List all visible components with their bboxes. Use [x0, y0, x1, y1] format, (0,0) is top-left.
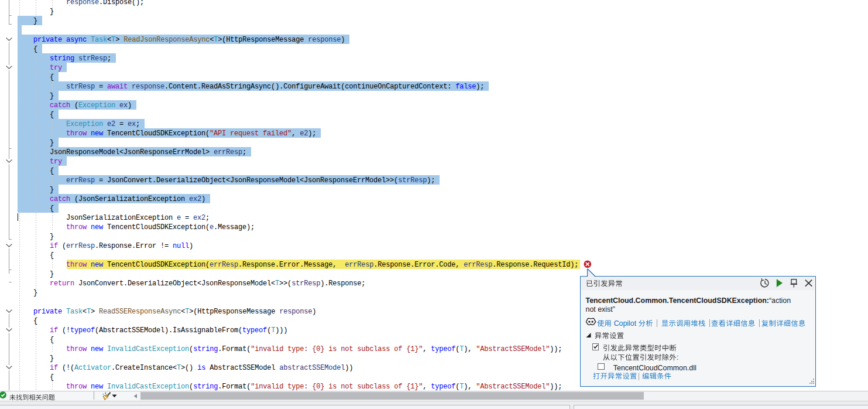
svg-text::: :: [677, 353, 678, 362]
svg-text:Copilot: Copilot: [614, 319, 637, 328]
